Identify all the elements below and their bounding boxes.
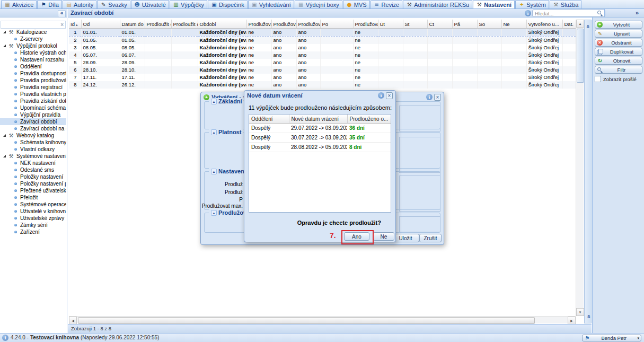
- column-header-4-prodlouzit-do[interactable]: Prodloužit do: [171, 20, 198, 29]
- action-vytvorit[interactable]: +Vytvořit: [595, 21, 642, 29]
- expand-panel-icon[interactable]: »: [636, 10, 639, 16]
- tree-item-polozky-nastaveni[interactable]: Položky nastavení: [0, 173, 66, 180]
- tree-item-systemove-operace[interactable]: Systémové operace: [0, 201, 66, 208]
- column-header-0-id[interactable]: Id▴: [69, 20, 81, 29]
- column-header-17-vytvoreno-u[interactable]: Vytvořeno u...: [526, 20, 562, 29]
- tree-item-historie-vystrah-ochranych-bra[interactable]: Historie výstrah ochraných bra: [0, 49, 66, 56]
- tab-dispecink[interactable]: ▣Dispečink: [208, 0, 248, 8]
- close-icon[interactable]: ×: [386, 92, 393, 99]
- tab-vypujcky[interactable]: ▥Výpůjčky: [170, 0, 207, 8]
- tree-item-vlastni-odkazy[interactable]: Vlastní odkazy: [0, 146, 66, 153]
- tree-item-zaviraci-obdobi[interactable]: Zavírací období: [0, 118, 66, 125]
- column-header-15-so[interactable]: So: [477, 20, 501, 29]
- tree-item-zarizeni[interactable]: Zařízení: [0, 229, 66, 235]
- tab-mvs[interactable]: ●MVS: [343, 0, 370, 8]
- tab-svazky[interactable]: ✎Svazky: [97, 0, 130, 8]
- tree-item-z-servery[interactable]: Z-servery: [0, 36, 66, 42]
- column-header-oddeleni[interactable]: Oddělení: [249, 115, 289, 124]
- user-menu-button[interactable]: ⚑ Benda Petr ▾: [582, 335, 641, 341]
- action-obnovit[interactable]: ↻Obnovit: [595, 57, 642, 65]
- info-icon[interactable]: i: [525, 10, 531, 16]
- tree-item-upominaci-schema[interactable]: Upomínací schéma: [0, 104, 66, 111]
- tree-item-pravidla-prodluzovani[interactable]: Pravidla prodlužování: [0, 77, 66, 84]
- tree-item-uzivatele-v-knihovne[interactable]: Uživatelé v knihovně: [0, 208, 66, 215]
- collapse-down-icon[interactable]: »: [585, 313, 592, 320]
- tree-item-webovy-katalog[interactable]: ⚒Webový katalog: [0, 132, 66, 139]
- tree-item-zaviraci-obdobi-na-oddeleni[interactable]: Zavírací období na oddělení: [0, 125, 66, 132]
- tree-item-systemove-nastaveni[interactable]: ⚒Systémové nastavení: [0, 153, 66, 160]
- field-box-3[interactable]: [399, 216, 440, 232]
- table-row[interactable]: 405.07.06.07.Každoroční dny (svátky)nean…: [69, 51, 576, 59]
- tab-akvizice[interactable]: ▦Akvizice: [1, 0, 37, 8]
- table-row[interactable]: 717.11.17.11.Každoroční dny (svátky)nean…: [69, 74, 576, 81]
- preview-row[interactable]: Dospělý30.07.2022 -> 03.09.202235 dní: [249, 133, 391, 143]
- collapse-up-icon[interactable]: «: [585, 23, 592, 30]
- scroll-down-icon[interactable]: ▼: [576, 308, 584, 316]
- tree-item-uzivatelske-zpravy[interactable]: Uživatelské zprávy: [0, 215, 66, 222]
- column-header-2-datum-do[interactable]: Datum do: [120, 20, 145, 29]
- field-box-0[interactable]: [399, 106, 440, 131]
- search-input[interactable]: [532, 10, 605, 17]
- column-header-nove-datum-vraceni[interactable]: Nové datum vrácení: [289, 115, 347, 124]
- table-row[interactable]: 101.01.01.01.Každoroční dny (svátky)nean…: [69, 29, 576, 37]
- sidebar-collapse-icon[interactable]: «: [58, 10, 66, 17]
- tab-dila[interactable]: ⚑Díla: [37, 0, 62, 8]
- column-header-10-prodluzovat[interactable]: Prodlužovat ...: [353, 20, 378, 29]
- tree-item-pravidla-ziskani-dokumentu[interactable]: Pravidla získání dokumentu: [0, 98, 66, 104]
- horizontal-scroll-thumb[interactable]: [78, 317, 535, 324]
- table-row[interactable]: 628.10.28.10.Každoroční dny (svátky)nean…: [69, 66, 576, 74]
- search-icon[interactable]: [597, 10, 603, 16]
- column-header-16-ne[interactable]: Ne: [501, 20, 526, 29]
- action-filtr[interactable]: Filtr: [595, 66, 642, 74]
- collapse-section-icon[interactable]: ▴: [211, 169, 217, 174]
- no-button[interactable]: Ne: [373, 232, 394, 241]
- tree-item-vypujcni-pravidla[interactable]: Výpůjční pravidla: [0, 111, 66, 118]
- panel-collapse-strip[interactable]: « »: [584, 20, 592, 323]
- tree-item-prelozit[interactable]: Přeložit: [0, 194, 66, 201]
- column-header-6-prodluzovat[interactable]: Prodlužovat ...: [246, 20, 271, 29]
- preview-row[interactable]: Dospělý29.07.2022 -> 03.09.202236 dní: [249, 124, 391, 133]
- info-icon[interactable]: i: [2, 335, 8, 341]
- table-row[interactable]: 201.05.01.05.Každoroční dny (svátky)nean…: [69, 37, 576, 45]
- show-expired-checkbox[interactable]: [595, 76, 601, 82]
- column-header-1-od[interactable]: Od: [81, 20, 120, 29]
- scroll-up-icon[interactable]: ▲: [576, 20, 584, 28]
- column-header-prodlouzeno-o[interactable]: Prodlouženo o...: [347, 115, 391, 124]
- tree-item-pravidla-registraci[interactable]: Pravidla registrací: [0, 84, 66, 91]
- tab-administrator-reksu[interactable]: ⚒Administrátor REKSu: [403, 0, 472, 8]
- clear-filter-icon[interactable]: ×: [60, 22, 64, 28]
- tab-autority[interactable]: ▤Autority: [63, 0, 96, 8]
- dialog-titlebar[interactable]: Nové datum vrácení i ×: [244, 91, 395, 100]
- tab-uzivatele[interactable]: ☻Uživatelé: [131, 0, 169, 8]
- column-header-8-prodluzovat[interactable]: Prodlužovat ...: [296, 20, 320, 29]
- tree-item-zamky-serii[interactable]: Zámky sérií: [0, 222, 66, 229]
- column-header-7-prodluzovat[interactable]: Prodlužovat ...: [271, 20, 296, 29]
- action-duplikovat[interactable]: Duplikovat: [595, 48, 642, 56]
- collapse-section-icon[interactable]: ▴: [211, 99, 217, 104]
- tree-filter-input[interactable]: ×: [1, 21, 66, 29]
- tree-item-oddeleni[interactable]: Oddělení: [0, 63, 66, 70]
- column-header-13-ct[interactable]: Čt: [427, 20, 452, 29]
- scroll-right-icon[interactable]: ▶: [568, 317, 576, 325]
- tree-item-schemata-knihovny[interactable]: Schémata knihovny: [0, 139, 66, 146]
- column-header-3-prodlouzit-od[interactable]: Prodloužit od: [145, 20, 171, 29]
- cancel-button[interactable]: Zrušit: [419, 234, 442, 242]
- tab-system[interactable]: ✦Systém: [515, 0, 549, 8]
- tab-sluzba[interactable]: ⚒Služba: [550, 0, 582, 8]
- tree-item-katalogizace[interactable]: ⚒Katalogizace: [0, 29, 66, 36]
- tree-item-nastaveni-rozsahu-serii[interactable]: Nastavení rozsahu sérií: [0, 56, 66, 63]
- tree-item-pravidla-dostupnosti[interactable]: Pravidla dostupnosti: [0, 70, 66, 77]
- table-row[interactable]: 308.05.08.05.Každoroční dny (svátky)nean…: [69, 44, 576, 51]
- vertical-scroll-thumb[interactable]: [577, 29, 584, 83]
- tab-revize[interactable]: ≡Revize: [370, 0, 403, 8]
- tree-item-pravidla-vlastnich-poplatku[interactable]: Pravidla vlastních poplatků: [0, 91, 66, 98]
- scroll-left-icon[interactable]: ◀: [69, 317, 77, 325]
- column-header-11-ut[interactable]: Út: [378, 20, 403, 29]
- tree-item-nek-nastaveni[interactable]: NEK nastavení: [0, 160, 66, 166]
- help-icon[interactable]: i: [426, 94, 433, 100]
- field-box-1[interactable]: [399, 137, 440, 173]
- tree-item-vypujcni-protokol[interactable]: ⚒Výpůjční protokol: [0, 42, 66, 49]
- column-header-18-dat[interactable]: Dat.: [562, 20, 576, 29]
- tab-vydejni-boxy[interactable]: ▦Výdejní boxy: [295, 0, 342, 8]
- tree-item-odeslane-sms[interactable]: Odeslané sms: [0, 166, 66, 173]
